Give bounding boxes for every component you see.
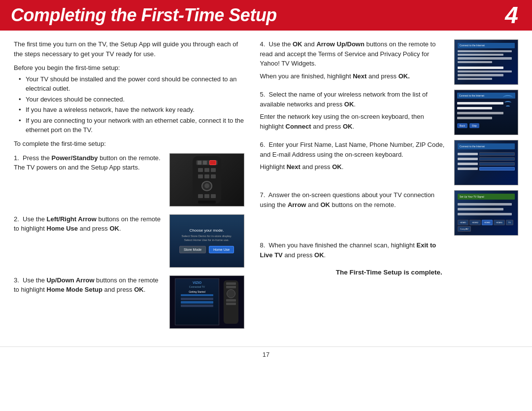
step-6-press: and press: [300, 163, 332, 171]
home-use-subtitle: Select Store Demo for in-store display.S…: [181, 235, 232, 242]
tv-title-6: Connect to the Internet: [458, 143, 515, 149]
step-4-press: and press: [366, 72, 398, 80]
step-3-bold1: Up/Down Arrow: [46, 276, 94, 284]
step-5-dot: .: [354, 101, 356, 108]
step-5-keyboard: Enter the network key using the on-scree…: [260, 112, 447, 131]
wifi-next-btn: Skip: [469, 123, 479, 128]
step-4-row: 4. Use the OK and Arrow Up/Down buttons …: [260, 39, 518, 85]
tv-line-1: [458, 50, 512, 52]
tv-line-3: [458, 57, 512, 59]
step-7-arrow: Arrow: [288, 201, 306, 208]
step-3-ok: OK: [134, 286, 144, 293]
hdmi4: HDMI4: [494, 220, 504, 225]
tv-line-7: [458, 74, 503, 76]
step-6-image: Connect to the Internet: [454, 140, 518, 185]
step-8-ok: OK: [314, 251, 324, 259]
store-mode-btn: Store Mode: [179, 246, 206, 253]
step-2-bold1: Left/Right Arrow: [46, 215, 96, 223]
final-note: The First-Time Setup is complete.: [260, 269, 518, 276]
remote-top: [196, 160, 218, 165]
wifi-list-item1: [457, 102, 503, 104]
vizio-screen: VIZIO Connected TV Getting Started: [175, 278, 219, 325]
step-6-dot: .: [342, 163, 344, 171]
step-3-dot: .: [144, 286, 146, 293]
step-3-image: VIZIO Connected TV Getting Started: [169, 275, 244, 329]
step-1-desc: 1. Press the Power/Standby button on the…: [14, 153, 162, 172]
step-5-connect: Connect: [286, 123, 311, 130]
tv-screen-7: Set Up Your TV Signal HDMI1 HDMI2 HDMI3 …: [455, 191, 518, 235]
step-5-row: 5. Select the name of your wireless netw…: [260, 90, 518, 135]
tv-screen-6: Connect to the Internet: [455, 140, 518, 185]
remote-btn-i: [211, 194, 216, 198]
step-6-next: Next: [287, 163, 300, 171]
step-8-num: 8. When you have finished the channel sc…: [260, 241, 417, 249]
step-6-highlight-text: Highlight: [260, 163, 287, 171]
vizio-logo: VIZIO: [193, 281, 201, 284]
step-7-rest: buttons on the remote.: [330, 201, 396, 208]
form-label4: [458, 168, 478, 170]
right-column: 4. Use the OK and Arrow Up/Down buttons …: [256, 39, 518, 337]
step-2-rest2: and press: [78, 225, 109, 232]
home-use-title: Choose your mode.: [190, 228, 224, 233]
wifi-buttons: Back Skip: [457, 123, 515, 128]
list-item: If you have a wireless network, have the…: [19, 105, 244, 115]
wifi-title-text: Connect to the Internet: [459, 94, 484, 97]
step-1-bold: Power/Standby: [52, 154, 98, 162]
step-4-text: 4. Use the OK and Arrow Up/Down buttons …: [260, 39, 447, 81]
page-footer: 17: [0, 346, 532, 362]
step-4-ok2: OK.: [399, 72, 410, 80]
step-8-press: and press: [283, 251, 314, 259]
vizio-remote: [224, 280, 238, 324]
tv-line-5: [458, 67, 503, 68]
hdmi2: HDMI2: [469, 220, 480, 225]
signal-content: [458, 203, 515, 217]
form-row3: [458, 162, 515, 166]
wifi-arc-small: [506, 105, 510, 108]
form-row2: [458, 157, 515, 161]
wifi-back-btn: Back: [457, 123, 467, 128]
step-2-bold2: Home Use: [47, 225, 78, 232]
signal-line2: [458, 208, 503, 210]
step-1-text: 1. Press the Power/Standby button on the…: [14, 153, 162, 174]
remote-dpad: [201, 181, 212, 191]
step-4-bold1: Arrow Up/Down: [316, 40, 365, 48]
remote-btn-g: [198, 194, 203, 198]
vizio-menu-item2: [181, 305, 213, 307]
home-use-buttons: Store Mode Home Use: [179, 246, 234, 253]
remote-dpad-center: [204, 183, 209, 188]
componnent-input: Comp/AV: [458, 226, 471, 232]
form-input1: [479, 152, 515, 156]
step-5-dot2: .: [352, 123, 354, 130]
step-2-image: Choose your mode. Select Store Demo for …: [169, 214, 244, 268]
vizio-menu-item-selected: [181, 301, 213, 304]
step-6-ok: OK: [332, 163, 342, 171]
home-use-btn: Home Use: [209, 246, 234, 253]
step-7-desc: 7. Answer the on-screen questions about …: [260, 190, 447, 209]
list-item: If you are connecting to your network wi…: [19, 116, 244, 135]
wifi-list-item3: [457, 112, 503, 114]
remote-row3: [198, 194, 216, 198]
step-6-text: 6. Enter your First Name, Last Name, Pho…: [260, 140, 447, 172]
step-2-num: 2. Use the: [14, 215, 46, 223]
step-3-text: 3. Use the Up/Down Arrow buttons on the …: [14, 275, 162, 297]
tv-line-6: [458, 70, 512, 72]
form-label3: [458, 163, 478, 165]
step-2-dot: .: [119, 225, 121, 232]
step-8-dot: .: [324, 251, 326, 259]
vizio-menu-items: [181, 298, 213, 307]
list-item: Your TV should be installed and the powe…: [19, 74, 244, 94]
remote-power-btn: [209, 160, 216, 165]
tv-input: TV: [506, 220, 513, 225]
step-2-desc: 2. Use the Left/Right Arrow buttons on t…: [14, 214, 162, 234]
step-5-ok2: OK: [343, 123, 353, 130]
wifi-arc-large: [503, 95, 513, 100]
vizio-progress: [181, 294, 213, 296]
remote-btn-c: [211, 168, 216, 172]
step-7-image: Set Up Your TV Signal HDMI1 HDMI2 HDMI3 …: [454, 190, 518, 236]
tv-title-text-7: Set Up Your TV Signal: [460, 195, 484, 198]
step-6-desc: 6. Enter your First Name, Last Name, Pho…: [260, 140, 447, 159]
vizio-subtitle: Connected TV: [189, 285, 205, 288]
complete-setup-label: To complete the first-time setup:: [14, 140, 244, 147]
hdmi3-selected: HDMI3: [482, 220, 493, 225]
tv-title-text-6: Connect to the Internet: [460, 145, 485, 148]
